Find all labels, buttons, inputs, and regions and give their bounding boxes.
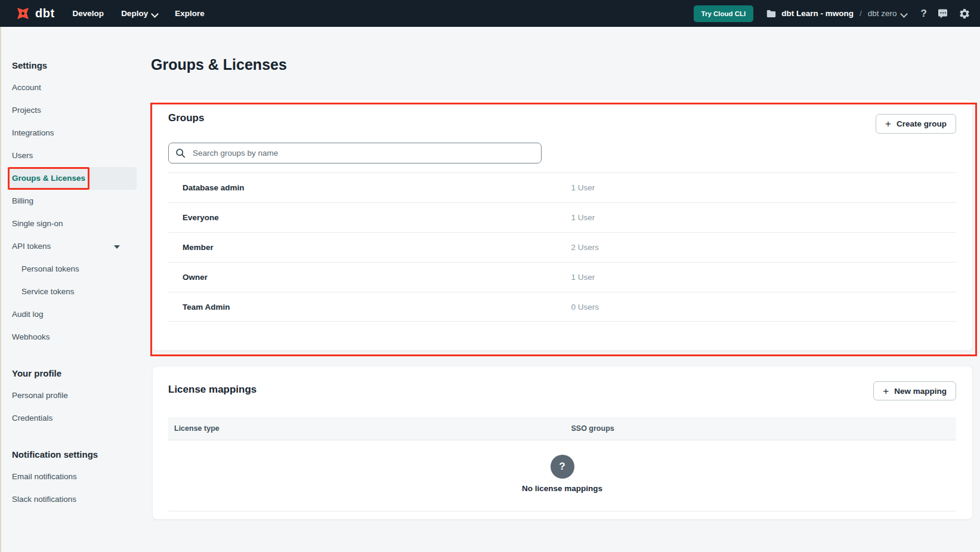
license-mappings-card: License mappings + New mapping License t… (152, 366, 973, 520)
chevron-down-icon (901, 11, 907, 16)
nav-item-develop[interactable]: Develop (73, 9, 104, 18)
search-groups-input[interactable] (168, 143, 542, 164)
project-name: dbt zero (868, 9, 897, 18)
project-selector[interactable]: dbt zero (868, 9, 907, 18)
caret-down-icon (114, 245, 120, 249)
groups-section-title: Groups (168, 112, 204, 124)
license-mappings-title: License mappings (168, 384, 256, 396)
sidebar-item-single-sign-on[interactable]: Single sign-on (8, 212, 137, 235)
sidebar-item-users[interactable]: Users (8, 144, 137, 167)
group-user-count: 2 Users (562, 243, 957, 252)
sidebar-heading-notification-settings: Notification settings (0, 444, 137, 465)
chevron-down-icon (152, 11, 157, 16)
main-nav: Develop Deploy Explore (73, 9, 222, 18)
account-selector[interactable]: dbt Learn - mwong (766, 9, 854, 18)
group-user-count: 1 User (562, 183, 957, 192)
sidebar-heading-your-profile: Your profile (0, 363, 137, 384)
search-icon (175, 148, 186, 158)
question-mark-icon: ? (551, 455, 574, 479)
sidebar-item-email-notifications[interactable]: Email notifications (8, 465, 137, 488)
plus-icon: + (885, 119, 891, 129)
sidebar-item-credentials[interactable]: Credentials (8, 407, 137, 430)
new-mapping-button[interactable]: + New mapping (873, 381, 956, 400)
account-name: dbt Learn - mwong (781, 9, 854, 18)
license-table-header: License type SSO groups (168, 417, 956, 440)
empty-state-text: No license mappings (168, 484, 956, 493)
sidebar-item-webhooks[interactable]: Webhooks (8, 326, 137, 349)
nav-item-explore[interactable]: Explore (175, 9, 205, 18)
group-name: Database admin (168, 183, 562, 192)
group-row-database-admin[interactable]: Database admin 1 User (168, 172, 956, 202)
page-title: Groups & Licenses (151, 56, 287, 73)
folder-icon (766, 10, 776, 18)
sidebar-item-slack-notifications[interactable]: Slack notifications (8, 488, 137, 511)
gear-icon[interactable] (959, 8, 970, 20)
group-row-member[interactable]: Member 2 Users (168, 232, 956, 262)
group-name: Owner (168, 273, 562, 282)
breadcrumb-separator: / (860, 9, 862, 18)
plus-icon: + (883, 386, 889, 396)
group-name: Everyone (168, 213, 562, 222)
sidebar-item-audit-log[interactable]: Audit log (8, 303, 137, 326)
group-user-count: 1 User (562, 213, 957, 222)
column-sso-groups: SSO groups (562, 424, 957, 433)
sidebar-item-service-tokens[interactable]: Service tokens (8, 280, 137, 303)
sidebar-item-api-tokens[interactable]: API tokens (8, 235, 137, 258)
sidebar-item-integrations[interactable]: Integrations (8, 122, 137, 144)
help-icon[interactable]: ? (921, 8, 927, 20)
try-cloud-cli-button[interactable]: Try Cloud CLI (694, 5, 754, 22)
group-row-everyone[interactable]: Everyone 1 User (168, 202, 956, 232)
sidebar-item-projects[interactable]: Projects (8, 99, 137, 122)
create-group-button[interactable]: + Create group (876, 114, 956, 134)
nav-item-deploy[interactable]: Deploy (121, 9, 157, 18)
sidebar-item-personal-profile[interactable]: Personal profile (8, 384, 137, 407)
top-navbar: dbt Develop Deploy Explore Try Cloud CLI… (0, 0, 980, 27)
column-license-type: License type (168, 424, 562, 433)
dbt-logo[interactable]: dbt (15, 5, 55, 21)
groups-list: Database admin 1 User Everyone 1 User Me… (168, 172, 956, 322)
sidebar-heading-settings: Settings (0, 55, 137, 76)
group-name: Team Admin (168, 303, 562, 312)
group-name: Member (168, 243, 562, 252)
group-row-owner[interactable]: Owner 1 User (168, 262, 956, 292)
settings-sidebar: Settings Account Projects Integrations U… (0, 27, 137, 552)
dbt-logo-text: dbt (35, 7, 55, 20)
sidebar-item-personal-tokens[interactable]: Personal tokens (8, 258, 137, 280)
divider (168, 511, 956, 511)
sidebar-item-billing[interactable]: Billing (8, 190, 137, 212)
group-user-count: 0 Users (562, 303, 957, 312)
groups-card: Groups + Create group Database admin 1 U… (152, 99, 973, 351)
group-user-count: 1 User (562, 273, 957, 282)
sidebar-item-groups-licenses[interactable]: Groups & Licenses (8, 167, 137, 190)
empty-state: ? No license mappings (168, 455, 956, 493)
feedback-icon[interactable] (937, 8, 948, 19)
dbt-logo-icon (11, 2, 34, 24)
group-row-team-admin[interactable]: Team Admin 0 Users (168, 292, 956, 322)
sidebar-item-account[interactable]: Account (8, 76, 137, 99)
